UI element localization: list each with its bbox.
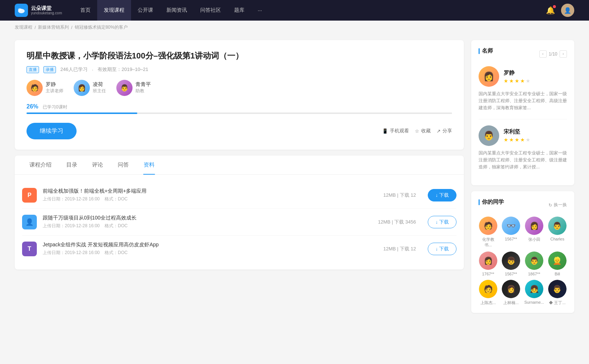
- teachers-page: 1/10: [549, 51, 557, 57]
- download-button-2[interactable]: ↓ 下载: [428, 216, 456, 228]
- classmate-3: 👩 张小田: [524, 217, 544, 248]
- classmate-2-avatar[interactable]: 👓: [502, 217, 520, 235]
- sidebar-teacher-2-meta: 宋利坚 ★ ★ ★ ★ ★: [504, 128, 530, 143]
- classmate-7: 👨 1867**: [524, 251, 544, 276]
- refresh-icon: ↻: [549, 203, 552, 208]
- teacher-1-avatar: 🧑: [27, 80, 43, 96]
- classmate-12-avatar[interactable]: 👨: [548, 280, 567, 298]
- tab-materials[interactable]: 资料: [136, 156, 162, 174]
- refresh-classmates-btn[interactable]: ↻ 换一换: [549, 202, 567, 208]
- badge-record: 录播: [43, 66, 56, 73]
- progress-bar-fill: [27, 113, 137, 114]
- star1: ★: [504, 78, 508, 84]
- classmate-8-avatar[interactable]: 👱: [548, 251, 567, 270]
- classmates-header: 你的同学 ↻ 换一换: [479, 199, 567, 211]
- classmate-5-avatar[interactable]: 👩: [479, 251, 497, 270]
- tab-catalog[interactable]: 目录: [59, 156, 85, 174]
- collect-button[interactable]: ☆ 收藏: [415, 128, 431, 134]
- breadcrumb-item-series[interactable]: 新媒体营销系列: [38, 24, 69, 31]
- nav-item-public[interactable]: 公开课: [131, 0, 160, 21]
- classmate-10: 👩 上林楠...: [501, 280, 521, 306]
- share-button[interactable]: ↗ 分享: [437, 128, 452, 134]
- navbar: 云朵课堂 yundouketang.com 首页 发现课程 公开课 新闻资讯 问…: [0, 0, 589, 21]
- classmate-1-avatar[interactable]: 🧑: [479, 217, 497, 235]
- star3: ★: [515, 78, 519, 84]
- classmate-4-name: Charles: [550, 237, 564, 241]
- classmate-11-avatar[interactable]: 👧: [525, 280, 543, 298]
- bell-icon[interactable]: 🔔: [546, 6, 555, 15]
- teachers-divider: [479, 119, 567, 119]
- classmate-4-avatar[interactable]: 👨: [548, 217, 567, 235]
- teacher-3: 👨 青青平 助教: [116, 80, 151, 96]
- nav-item-home[interactable]: 首页: [74, 0, 97, 21]
- continue-button[interactable]: 继续学习: [27, 123, 77, 139]
- logo[interactable]: 云朵课堂 yundouketang.com: [15, 4, 66, 17]
- breadcrumb-item-discover[interactable]: 发现课程: [15, 24, 32, 31]
- svg-point-1: [18, 8, 22, 11]
- prev-teacher-btn[interactable]: ‹: [539, 50, 547, 58]
- action-row: 继续学习 📱 手机观看 ☆ 收藏 ↗ 分享: [27, 123, 452, 139]
- teacher-1-info: 罗静 主讲老师: [46, 81, 63, 94]
- sidebar-teacher-1-stars: ★ ★ ★ ★ ★: [504, 78, 530, 84]
- sidebar-teacher-1-desc: 国内某重点大学安全工程专业硕士，国家一级注册消防工程师、注册安全工程师、高级注册…: [479, 90, 567, 112]
- action-buttons: 📱 手机观看 ☆ 收藏 ↗ 分享: [382, 128, 452, 134]
- tab-review[interactable]: 评论: [85, 156, 110, 174]
- file-info-3: Jetpack全组件实战 开发短视频应用高仿皮皮虾App 上传日期：2019-1…: [43, 242, 377, 256]
- download-button-1[interactable]: ↓ 下载: [428, 189, 456, 201]
- classmate-7-name: 1867**: [528, 272, 540, 276]
- tab-content-materials: P 前端全栈加强版！前端全栈+全周期+多端应用 上传日期：2019-12-28 …: [15, 175, 464, 270]
- teachers-list: 🧑 罗静 主讲老师 👩 凌荷 班主任 👨 青青平: [27, 80, 452, 96]
- teacher-1: 🧑 罗静 主讲老师: [27, 80, 63, 96]
- sidebar-teacher-2-avatar: 👨: [479, 125, 499, 146]
- progress-section: 26% 已学习0课时: [27, 103, 452, 114]
- tab-qa[interactable]: 问答: [110, 156, 136, 174]
- nav-item-qa[interactable]: 问答社区: [194, 0, 228, 21]
- breadcrumb-sep1: /: [35, 25, 36, 30]
- main-layout: 明星中教授课，小学阶段语法100分–强化级第1讲动词（一） 直播 录播 246人…: [0, 34, 589, 325]
- progress-bar-bg: [27, 113, 452, 114]
- sidebar-teacher-2-desc: 国内某重点大学安全工程专业硕士，国家一级注册消防工程师、注册安全工程师、级注册建…: [479, 150, 567, 171]
- classmate-11-name: Surname...: [524, 300, 544, 304]
- classmate-9-name: 上陈杰...: [480, 300, 496, 306]
- classmate-9-avatar[interactable]: 🧑: [479, 280, 497, 298]
- nav-item-news[interactable]: 新闻资讯: [160, 0, 194, 21]
- classmate-8-name: Bill: [555, 272, 560, 276]
- teacher-1-role: 主讲老师: [46, 88, 63, 94]
- teacher-2: 👩 凌荷 班主任: [74, 80, 106, 96]
- file-title-3: Jetpack全组件实战 开发短视频应用高仿皮皮虾App: [43, 242, 377, 248]
- classmates-grid: 🧑 化学教书... 👓 1567** 👩 张小田 👨 Charles 👩: [479, 217, 567, 306]
- nav-item-discover[interactable]: 发现课程: [97, 0, 131, 21]
- tabs-card: 课程介绍 目录 评论 问答 资料 P 前端全栈加强版！前端全栈+全周期+多端应用…: [15, 156, 464, 270]
- next-teacher-btn[interactable]: ›: [560, 50, 567, 58]
- teachers-pagination: ‹ 1/10 ›: [539, 50, 567, 58]
- classmate-6-avatar[interactable]: 👦: [502, 251, 520, 270]
- star-icon: ☆: [415, 128, 419, 134]
- file-meta-1: 上传日期：2019-12-28 16:00 格式：DOC: [43, 196, 377, 202]
- user-avatar[interactable]: 👤: [561, 4, 574, 17]
- download-button-3[interactable]: ↓ 下载: [428, 243, 456, 255]
- teacher-2-name: 凌荷: [93, 81, 106, 88]
- star5: ★: [526, 78, 530, 84]
- tabs-nav: 课程介绍 目录 评论 问答 资料: [15, 156, 464, 175]
- classmate-10-name: 上林楠...: [503, 300, 519, 306]
- course-expiry: ·: [92, 67, 94, 72]
- nav-item-quiz[interactable]: 题库: [228, 0, 251, 21]
- mobile-view-button[interactable]: 📱 手机观看: [382, 128, 409, 134]
- classmate-10-avatar[interactable]: 👩: [502, 280, 520, 298]
- tab-intro[interactable]: 课程介绍: [22, 156, 59, 174]
- badge-live: 直播: [27, 66, 39, 73]
- notification-dot: [553, 5, 556, 8]
- course-title: 明星中教授课，小学阶段语法100分–强化级第1讲动词（一）: [27, 50, 452, 62]
- nav-item-more[interactable]: ···: [251, 0, 269, 21]
- classmates-card: 你的同学 ↻ 换一换 🧑 化学教书... 👓 1567** 👩 张小田: [471, 191, 574, 313]
- file-icon-3: T: [22, 242, 37, 256]
- sidebar-teacher-2-stars: ★ ★ ★ ★ ★: [504, 137, 530, 143]
- sidebar-teacher-1-meta: 罗静 ★ ★ ★ ★ ★: [504, 69, 530, 84]
- file-stats-1: 12MB | 下载 12: [383, 192, 416, 199]
- breadcrumb: 发现课程 / 新媒体营销系列 / 销冠修炼术搞定80%的客户: [0, 21, 589, 34]
- classmate-7-avatar[interactable]: 👨: [525, 251, 543, 270]
- classmate-1: 🧑 化学教书...: [479, 217, 498, 248]
- classmate-3-avatar[interactable]: 👩: [525, 217, 543, 235]
- progress-sub: 已学习0课时: [43, 104, 67, 110]
- classmates-title: 你的同学: [479, 199, 504, 206]
